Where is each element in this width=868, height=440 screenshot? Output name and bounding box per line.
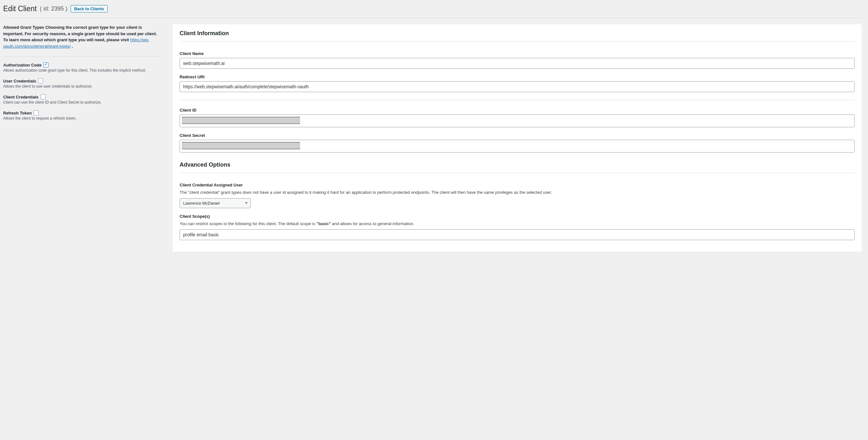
client-secret-label: Client Secret (180, 133, 855, 138)
grant-label: Client Credentials (3, 95, 39, 99)
client-scopes-field: Client Scope(s) You can restrict scopes … (180, 214, 855, 240)
grant-desc: Allows the client to request a refresh t… (3, 116, 160, 121)
assigned-user-select[interactable]: Lawrence McDaniel (180, 198, 251, 208)
grant-refresh-token: Refresh Token Allows the client to reque… (3, 110, 160, 121)
client-scopes-input[interactable] (180, 229, 855, 240)
grant-authorization-code: Authorization Code Allows authorization … (3, 62, 160, 72)
grant-client-credentials-checkbox[interactable] (40, 94, 46, 99)
redacted-icon (182, 117, 300, 124)
client-id-field: Client ID (180, 108, 855, 127)
redirect-uri-input[interactable] (180, 81, 855, 92)
grant-intro-suffix: . (71, 44, 73, 49)
redirect-uri-label: Redirect URI (180, 75, 855, 79)
divider (180, 173, 855, 173)
back-to-clients-button[interactable]: Back to Clients (71, 5, 108, 12)
grant-label: Authorization Code (3, 63, 41, 67)
client-name-label: Client Name (180, 51, 855, 56)
divider (180, 41, 855, 41)
grant-intro-text: Allowed Grant Types Choosing the correct… (3, 24, 160, 49)
assigned-user-selected-value: Lawrence McDaniel (183, 201, 220, 206)
grant-authorization-code-checkbox[interactable] (43, 62, 49, 67)
client-secret-value[interactable] (180, 140, 855, 152)
client-scopes-desc: You can restrict scopes to the following… (180, 221, 855, 227)
grant-intro-prefix: Allowed Grant Types (3, 25, 45, 30)
client-form-panel: Client Information Client Name Redirect … (173, 24, 862, 252)
client-scopes-label: Client Scope(s) (180, 214, 855, 219)
page-header: Edit Client ( id: 2395 ) Back to Clients (3, 3, 862, 18)
grant-desc: Allows authorization code grant type for… (3, 68, 160, 72)
assigned-user-desc: The "client credential" grant types does… (180, 189, 855, 196)
client-secret-field: Client Secret (180, 133, 855, 152)
divider (3, 56, 160, 57)
grant-user-credentials-checkbox[interactable] (38, 78, 43, 84)
advanced-options-heading: Advanced Options (180, 162, 855, 168)
client-information-heading: Client Information (180, 30, 855, 37)
grant-label: User Credentials (3, 79, 36, 84)
client-id-label: Client ID (180, 108, 855, 113)
grant-user-credentials: User Credentials Allows the client to us… (3, 78, 160, 89)
client-name-input[interactable] (180, 58, 855, 69)
grant-desc: Client can use the client ID and Client … (3, 100, 160, 105)
client-name-field: Client Name (180, 51, 855, 69)
grant-desc: Allows the client to use user credential… (3, 84, 160, 89)
assigned-user-label: Client Credential Assigned User (180, 183, 855, 187)
divider (180, 100, 855, 100)
redirect-uri-field: Redirect URI (180, 75, 855, 92)
grant-label: Refresh Token (3, 111, 32, 115)
client-id-value[interactable] (180, 115, 855, 127)
redacted-icon (182, 142, 300, 149)
page-title: Edit Client (3, 4, 37, 13)
grant-client-credentials: Client Credentials Client can use the cl… (3, 94, 160, 105)
grant-types-panel: Allowed Grant Types Choosing the correct… (3, 24, 163, 252)
grant-refresh-token-checkbox[interactable] (34, 110, 39, 115)
assigned-user-field: Client Credential Assigned User The "cli… (180, 183, 855, 208)
page-subtitle: ( id: 2395 ) (40, 5, 67, 12)
